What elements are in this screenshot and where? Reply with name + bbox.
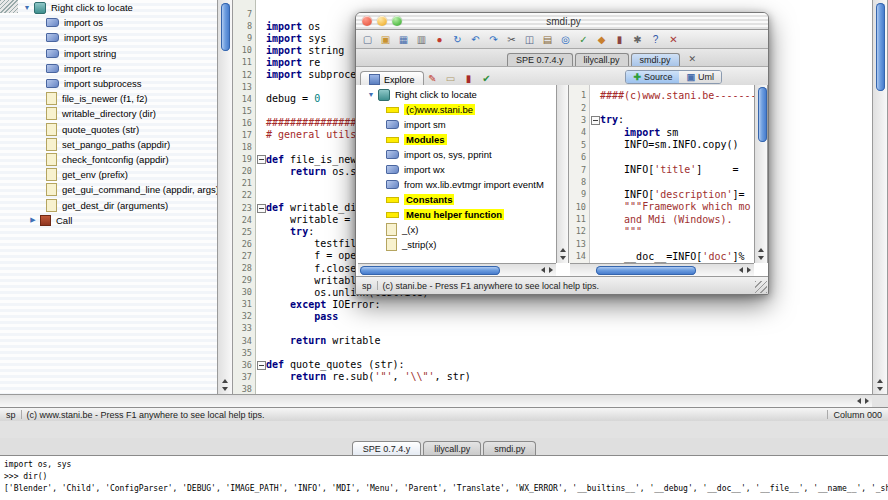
code-line[interactable]: 1####(c)www.stani.be--------------------… xyxy=(569,89,754,101)
source-scrollbar-vertical[interactable] xyxy=(754,85,768,263)
fold-marker-icon[interactable] xyxy=(257,204,266,213)
editor-scrollbar-horizontal[interactable] xyxy=(0,394,872,407)
lock-icon[interactable]: ▮ xyxy=(613,33,626,46)
scrollbar-arrows[interactable] xyxy=(873,379,887,391)
tree-root-item[interactable]: ▼Right click to locate xyxy=(358,87,556,102)
tab-smdi-py[interactable]: smdi.py xyxy=(483,441,536,456)
tree-item-strip-x[interactable]: _strip(x) xyxy=(358,237,556,252)
scrollbar-arrows[interactable] xyxy=(218,379,232,391)
tree-item-import-os[interactable]: import os xyxy=(0,15,217,30)
scrollbar-thumb[interactable] xyxy=(360,266,500,275)
minimize-button[interactable] xyxy=(377,16,387,26)
scrollbar-arrows[interactable] xyxy=(755,248,767,260)
code-line[interactable]: 11 and Mdi (Windows). xyxy=(569,213,754,225)
help-icon[interactable]: ? xyxy=(649,33,662,46)
resize-grip[interactable] xyxy=(755,281,767,293)
eraser-icon[interactable]: ▭ xyxy=(444,73,458,84)
tree-item-modules[interactable]: Modules xyxy=(358,132,556,147)
fold-marker-icon[interactable] xyxy=(257,155,266,164)
tree-item-constants[interactable]: Constants xyxy=(358,192,556,207)
save-icon[interactable]: ▦ xyxy=(397,33,410,46)
tab-lilycall-py[interactable]: lilycall.py xyxy=(575,53,629,66)
scrollbar-arrows[interactable] xyxy=(557,248,568,260)
tree-item-import-subprocess[interactable]: import subprocess xyxy=(0,76,217,91)
tree-item-get-dest-dir-arguments[interactable]: get_dest_dir (arguments) xyxy=(0,197,217,212)
bookmark-icon[interactable]: ◆ xyxy=(595,33,608,46)
tree-item-import-sys[interactable]: import sys xyxy=(0,30,217,45)
tree-item-import-sm[interactable]: import sm xyxy=(358,117,556,132)
code-line[interactable]: 36def quote_quotes (str): xyxy=(233,359,872,371)
paste-icon[interactable]: ▤ xyxy=(541,33,554,46)
source-editor[interactable]: 1####(c)www.stani.be--------------------… xyxy=(569,85,754,263)
tree-item-file-is-newer-f1-f2[interactable]: file_is_newer (f1, f2) xyxy=(0,91,217,106)
tree-item-import-os-sys-pprint[interactable]: import os, sys, pprint xyxy=(358,147,556,162)
code-line[interactable]: 8 xyxy=(569,176,754,188)
code-line[interactable]: 31 except IOError: xyxy=(233,298,872,310)
code-line[interactable]: 12 """ xyxy=(569,225,754,237)
dialog-titlebar[interactable]: smdi.py xyxy=(356,13,768,30)
undo-icon[interactable]: ↶ xyxy=(469,33,482,46)
code-line[interactable]: 3try: xyxy=(569,114,754,126)
fold-marker-icon[interactable] xyxy=(591,116,600,125)
tab-smdi-py[interactable]: smdi.py xyxy=(631,53,680,66)
code-line[interactable]: 33 xyxy=(233,322,872,334)
splitter-band[interactable] xyxy=(0,421,888,438)
tree-item-import-wx[interactable]: import wx xyxy=(358,162,556,177)
python-shell[interactable]: import os, sys>>> dir()['Blender', 'Chil… xyxy=(0,456,888,500)
fold-marker-icon[interactable] xyxy=(257,361,266,370)
tab-spe-0-7-4-y[interactable]: SPE 0.7.4.y xyxy=(352,441,422,456)
tree-item-from-wx-lib-evtmgr-import-eventm[interactable]: from wx.lib.evtmgr import eventM xyxy=(358,177,556,192)
tree-scrollbar-horizontal[interactable] xyxy=(358,263,556,276)
code-line[interactable]: 35 xyxy=(233,347,872,359)
close-tab-icon[interactable]: ✕ xyxy=(689,54,697,64)
redo-icon[interactable]: ↷ xyxy=(487,33,500,46)
settings-icon[interactable]: ✱ xyxy=(631,33,644,46)
tab-spe-0-7-4-y[interactable]: SPE 0.7.4.y xyxy=(507,53,573,66)
tree-item-check-fontconfig-appdir[interactable]: check_fontconfig (appdir) xyxy=(0,152,217,167)
find-icon[interactable]: ◎ xyxy=(559,33,572,46)
book-icon[interactable]: ▮ xyxy=(462,73,476,84)
cut-icon[interactable]: ✂ xyxy=(505,33,518,46)
code-line[interactable]: 37 return re.sub('"', '\\"', str) xyxy=(233,371,872,383)
disclosure-triangle-icon[interactable]: ▼ xyxy=(366,91,376,98)
zoom-button[interactable] xyxy=(392,16,402,26)
refresh-icon[interactable]: ↻ xyxy=(451,33,464,46)
code-line[interactable]: 10 """Framework which mo xyxy=(569,201,754,213)
code-line[interactable]: 32 pass xyxy=(233,310,872,322)
editor-scrollbar-vertical[interactable] xyxy=(872,0,888,394)
scrollbar-arrows[interactable] xyxy=(857,395,869,407)
tree-item-x[interactable]: _(x) xyxy=(358,222,556,237)
tree-item-c-www-stani-be[interactable]: (c)www.stani.be xyxy=(358,102,556,117)
code-line[interactable]: 14 __doc__=INFO['doc']% xyxy=(569,250,754,262)
copy-icon[interactable]: ◫ xyxy=(523,33,536,46)
tree-scrollbar-vertical[interactable] xyxy=(556,85,569,263)
tree-item-set-pango-paths-appdir[interactable]: set_pango_paths (appdir) xyxy=(0,137,217,152)
stop-icon[interactable]: ● xyxy=(433,33,446,46)
code-line[interactable]: 34 return writable xyxy=(233,335,872,347)
close-button[interactable] xyxy=(362,16,372,26)
print-icon[interactable]: ▥ xyxy=(415,33,428,46)
tree-item-quote-quotes-str[interactable]: quote_quotes (str) xyxy=(0,122,217,137)
open-folder-icon[interactable]: ▣ xyxy=(379,33,392,46)
tree-item-menu-helper-function[interactable]: Menu helper function xyxy=(358,207,556,222)
code-line[interactable]: 9 INFO['description']= xyxy=(569,188,754,200)
tree-item-import-string[interactable]: import string xyxy=(0,46,217,61)
sidebar-scrollbar[interactable] xyxy=(217,0,233,394)
code-line[interactable]: 13 xyxy=(569,238,754,250)
paint-brush-icon[interactable]: ✎ xyxy=(426,73,440,84)
tree-item-import-re[interactable]: import re xyxy=(0,61,217,76)
tree-root-item[interactable]: ▼Right click to locate xyxy=(0,0,217,15)
disclosure-triangle-icon[interactable]: ▼ xyxy=(22,4,32,11)
view-button-source[interactable]: ✚Source xyxy=(626,71,679,83)
new-file-icon[interactable]: ▢ xyxy=(361,33,374,46)
disclosure-triangle-icon[interactable]: ▶ xyxy=(28,216,38,224)
scrollbar-thumb[interactable] xyxy=(596,266,696,275)
scrollbar-thumb[interactable] xyxy=(876,3,885,91)
scrollbar-arrows[interactable] xyxy=(739,264,751,276)
scrollbar-arrows[interactable] xyxy=(541,264,553,276)
scrollbar-thumb[interactable] xyxy=(758,87,767,142)
close-icon[interactable]: ✕ xyxy=(667,33,680,46)
source-scrollbar-horizontal[interactable] xyxy=(570,263,754,276)
code-line[interactable]: 6 xyxy=(569,151,754,163)
tab-lilycall-py[interactable]: lilycall.py xyxy=(423,441,481,456)
